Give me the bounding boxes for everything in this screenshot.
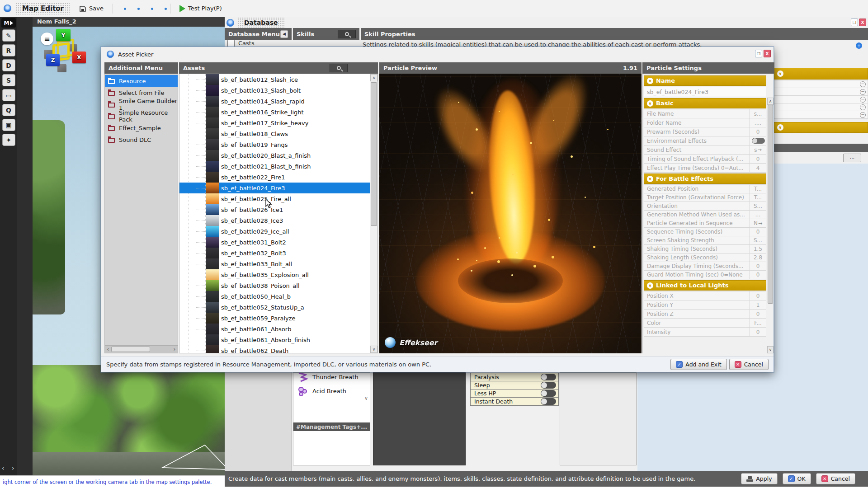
asset-row[interactable]: sb_ef_battle012_Slash_ice [179,74,371,85]
property-row[interactable]: − [774,103,868,111]
asset-row[interactable]: sb_ef_battle029_Ice_all [179,226,371,237]
setting-value[interactable]: 1 [750,300,766,309]
setting-value[interactable]: 1.5 [750,245,766,253]
asset-row[interactable]: sb_ef_battle021_Blast_b_finish [179,161,371,172]
settings-row[interactable]: Color F... [644,318,766,328]
settings-row[interactable]: Target Position (Gravitational Force) T.… [644,193,766,202]
additional-menu-item[interactable]: Select from File [105,87,178,99]
settings-row[interactable]: Generated Position T... [644,184,766,193]
setting-value[interactable]: .... [750,118,766,127]
setting-value[interactable]: S... [750,202,766,210]
asset-row[interactable]: sb_ef_battle024_Fire3 [179,183,371,193]
toggle-switch[interactable] [541,390,556,397]
menubar-item[interactable] [145,6,152,11]
property-row[interactable]: − [774,80,868,88]
scroll-down-icon[interactable]: ∨ [370,346,377,353]
state-toggle-row[interactable]: Less HP [470,389,559,398]
menubar-item[interactable] [118,6,125,11]
setting-value[interactable]: s→ [750,145,766,154]
setting-value[interactable] [750,136,766,145]
setting-value[interactable]: 0 [750,291,766,300]
settings-row[interactable]: Position Z 0 [644,309,766,319]
scroll-left-icon[interactable]: ‹ [105,346,111,352]
dialog-title-bar[interactable]: Asset Picker [101,47,774,61]
assets-scrollbar[interactable]: ∧ ∨ [370,74,377,353]
add-and-exit-button[interactable]: ✓Add and Exit [670,359,726,370]
collapse-left-icon[interactable]: ◀ [280,30,288,38]
settings-row[interactable]: Particle Generated in Sequence N→ [644,219,766,228]
setting-value[interactable]: 0 [750,155,766,163]
skills-search-box[interactable] [338,30,356,38]
toolbar-icon-button[interactable]: D [2,59,15,71]
setting-value[interactable]: 0 [750,228,766,236]
scroll-right-icon[interactable]: › [171,346,178,352]
asset-row[interactable]: sb_ef_battle013_Slash_bolt [179,85,371,96]
settings-row[interactable]: Timing of Sound Effect Playback (... 0 [644,154,766,164]
setting-value[interactable]: 2.8 [750,253,766,262]
settings-row[interactable]: Damage Display Timing (Seconds... 0 [644,262,766,271]
toolbar-icon-button[interactable]: Q [2,104,15,116]
asset-row[interactable]: sb_ef_battle014_Slash_rapid [179,96,371,107]
dialog-cancel-button[interactable]: ✕Cancel [729,359,769,370]
setting-value[interactable]: F... [750,319,766,327]
close-dialog-button[interactable]: X [764,50,771,57]
gizmo-y-axis[interactable]: Y [56,29,71,41]
toolbar-icon-button[interactable]: ▣ [2,119,15,131]
settings-row[interactable]: Orientation S... [644,202,766,211]
settings-scrollbar[interactable]: ∧ ∨ [767,98,774,353]
additional-menu-item[interactable]: Smile Game Builder 1 [105,99,178,110]
setting-value[interactable]: 0 [750,262,766,270]
restore-dialog-button[interactable]: ❐ [755,50,762,57]
asset-row[interactable]: sb_ef_battle020_Blast_a_finish [179,150,371,161]
map-scroll-arrows[interactable]: ‹ › [2,465,17,472]
close-window-button[interactable]: X [859,19,866,26]
scrollbar-thumb[interactable] [768,105,773,304]
horizontal-scrollbar[interactable]: ‹ › [105,345,178,353]
setting-value[interactable]: 0 [750,310,766,318]
asset-row[interactable]: sb_ef_battle018_Claws [179,128,371,139]
settings-row[interactable]: Effect Play Time (Seconds) 0=Aut... 4 [644,163,766,173]
menubar-item[interactable] [158,6,165,11]
additional-menu-item[interactable]: Resource [105,75,178,87]
setting-value[interactable]: ... [750,211,766,219]
setting-value[interactable]: T... [750,193,766,202]
settings-row[interactable]: Sequence Timing (Seconds) 0 [644,227,766,236]
assets-search-box[interactable] [330,64,348,72]
name-field[interactable]: sb_ef_battle024_Fire3 [644,87,766,97]
setting-value[interactable]: s... [750,109,766,118]
additional-menu-item[interactable]: Effect_Sample [105,122,178,134]
toggle-switch[interactable] [752,138,765,144]
ellipsis-button[interactable]: ... [843,154,861,162]
asset-row[interactable]: sb_ef_battle028_Ice3 [179,215,371,226]
battle-section-header[interactable]: ∨For Battle Effects [644,174,766,184]
toggle-switch[interactable] [541,374,556,380]
save-button[interactable]: Save [75,3,108,14]
lights-section-header[interactable]: ∨Linked to Local Lights [644,280,766,291]
remove-circle-icon[interactable]: − [860,104,866,110]
setting-value[interactable]: S... [750,236,766,244]
casts-item[interactable]: Casts [227,40,291,47]
scroll-up-icon[interactable]: ∧ [767,98,774,105]
remove-circle-icon[interactable]: − [860,81,866,87]
map-mode-button[interactable]: M [1,18,16,28]
toolbar-icon-button[interactable]: S [2,74,15,86]
toolbar-icon-button[interactable]: ✎ [2,29,15,42]
settings-row[interactable]: Position Y 1 [644,300,766,310]
asset-row[interactable]: sb_ef_battle025_Fire_all [179,193,371,204]
asset-row[interactable]: sb_ef_battle062_Death [179,345,371,353]
test-play-button[interactable]: Test Play(P) [175,3,226,14]
additional-menu-item[interactable]: Simple Resource Pack [105,110,178,122]
settings-row[interactable]: Generation Method When Used as... ... [644,210,766,219]
scroll-down-icon[interactable]: ∨ [364,395,368,401]
settings-row[interactable]: Environmental Effects [644,136,766,145]
settings-row[interactable]: File Name s... [644,109,766,118]
asset-row[interactable]: sb_ef_battle035_Explosion_all [179,269,371,280]
toolbar-icon-button[interactable]: R [2,44,15,56]
asset-row[interactable]: sb_ef_battle026_Ice1 [179,204,371,215]
apply-button[interactable]: Apply [741,473,777,484]
name-section-header[interactable]: ∨Name [644,75,766,86]
scroll-up-icon[interactable]: ∧ [370,74,377,81]
asset-row[interactable]: sb_ef_battle033_Bolt_all [179,258,371,269]
settings-row[interactable]: Screen Shaking Strength S... [644,236,766,245]
gizmo-z-axis[interactable]: Z [46,54,60,66]
